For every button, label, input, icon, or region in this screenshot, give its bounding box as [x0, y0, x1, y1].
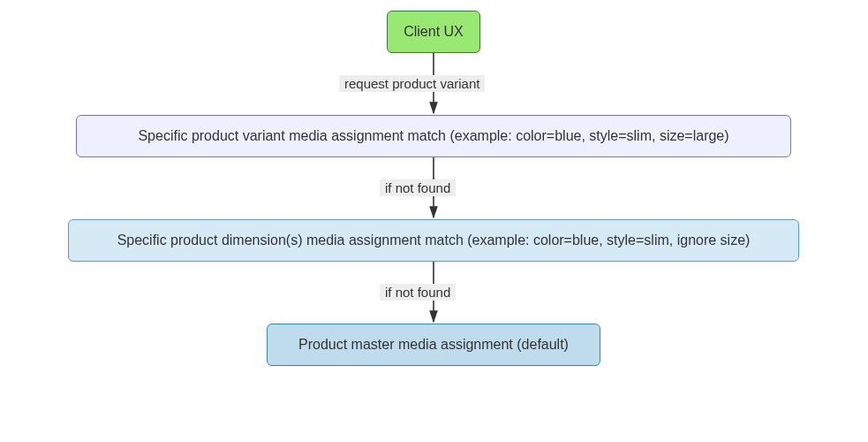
node-client-ux: Client UX — [387, 11, 480, 53]
flowchart: Client UX request product variant Specif… — [0, 0, 868, 442]
node-master-default-label: Product master media assignment (default… — [298, 337, 569, 353]
node-client-ux-label: Client UX — [404, 24, 464, 40]
edge-label-request-variant: request product variant — [339, 75, 485, 92]
node-variant-match-label: Specific product variant media assignmen… — [138, 128, 728, 144]
node-variant-match: Specific product variant media assignmen… — [76, 115, 791, 157]
node-dimension-match: Specific product dimension(s) media assi… — [68, 219, 799, 262]
edge-label-if-not-found-2: if not found — [380, 284, 456, 301]
edge-label-if-not-found-1: if not found — [380, 179, 456, 196]
node-master-default: Product master media assignment (default… — [267, 324, 600, 366]
node-dimension-match-label: Specific product dimension(s) media assi… — [117, 232, 751, 248]
